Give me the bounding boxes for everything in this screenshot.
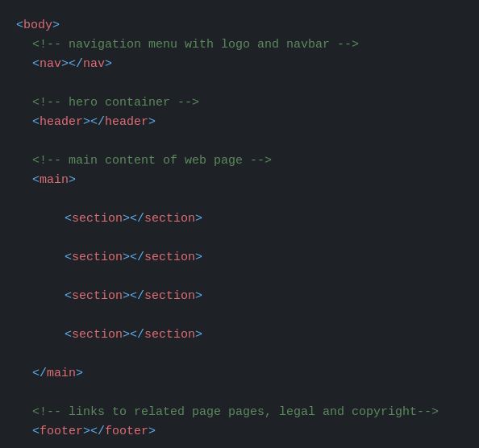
tag-main-open: main	[40, 171, 69, 190]
tag-header-close: header	[105, 113, 148, 132]
bracket: ></	[123, 326, 144, 345]
line-comment-footer: <!-- links to related page pages, legal …	[0, 403, 479, 422]
tag-section2-close: section	[144, 248, 195, 268]
line-header: <header></header>	[0, 113, 479, 132]
tag-section1-close: section	[144, 209, 195, 229]
tag-section3-close: section	[144, 287, 195, 306]
empty-line-9	[0, 442, 479, 448]
tag-section1-open: section	[72, 209, 123, 229]
tag-section4-open: section	[72, 326, 123, 345]
bracket: ></	[123, 209, 144, 229]
comment-hero: <!-- hero container -->	[32, 93, 199, 113]
line-comment-main: <!-- main content of web page -->	[0, 151, 479, 171]
tag-nav-open: nav	[40, 55, 61, 74]
bracket: ></	[61, 55, 83, 74]
bracket: >	[52, 16, 60, 35]
line-comment-nav: <!-- navigation menu with logo and navba…	[0, 35, 479, 55]
bracket: >	[69, 171, 76, 190]
bracket: >	[148, 113, 156, 132]
comment-footer: <!-- links to related page pages, legal …	[32, 403, 439, 422]
line-section-3: <section></section>	[0, 287, 479, 306]
bracket: ></	[123, 248, 144, 268]
line-nav: <nav></nav>	[0, 55, 479, 74]
bracket: ></	[83, 113, 105, 132]
bracket: >	[195, 287, 202, 306]
line-comment-hero: <!-- hero container -->	[0, 93, 479, 113]
line-section-4: <section></section>	[0, 326, 479, 345]
bracket: <	[32, 171, 40, 190]
empty-line-5	[0, 268, 479, 287]
comment-main: <!-- main content of web page -->	[32, 151, 272, 171]
bracket: >	[195, 326, 202, 345]
line-section-1: <section></section>	[0, 209, 479, 229]
tag-section4-close: section	[144, 326, 195, 345]
tag-section2-open: section	[72, 248, 123, 268]
bracket: <	[32, 422, 40, 442]
line-main-open: <main>	[0, 171, 479, 190]
tag-section3-open: section	[72, 287, 123, 306]
bracket: <	[16, 16, 23, 35]
tag-body: body	[23, 16, 52, 35]
tag-nav-close: nav	[83, 55, 105, 74]
comment-nav: <!-- navigation menu with logo and navba…	[32, 35, 359, 55]
empty-line-2	[0, 132, 479, 151]
line-body-open: <body>	[0, 16, 479, 35]
bracket: >	[195, 248, 202, 268]
bracket: <	[65, 248, 72, 268]
line-section-2: <section></section>	[0, 248, 479, 268]
tag-footer-open: footer	[40, 422, 83, 442]
empty-line-1	[0, 74, 479, 93]
tag-footer-close: footer	[105, 422, 148, 442]
bracket: <	[65, 326, 72, 345]
bracket: </	[32, 364, 47, 384]
bracket: >	[105, 55, 112, 74]
bracket: >	[148, 422, 156, 442]
empty-line-3	[0, 190, 479, 209]
empty-line-6	[0, 306, 479, 326]
bracket: >	[195, 209, 202, 229]
line-footer: <footer></footer>	[0, 422, 479, 442]
bracket: <	[65, 287, 72, 306]
empty-line-8	[0, 384, 479, 403]
empty-line-4	[0, 229, 479, 248]
bracket: >	[76, 364, 83, 384]
code-editor: <body> <!-- navigation menu with logo an…	[0, 10, 479, 448]
tag-main-close: main	[47, 364, 76, 384]
bracket: <	[32, 113, 40, 132]
bracket: ></	[123, 287, 144, 306]
bracket: <	[65, 209, 72, 229]
bracket: <	[32, 55, 40, 74]
tag-header-open: header	[40, 113, 83, 132]
empty-line-7	[0, 345, 479, 364]
bracket: ></	[83, 422, 105, 442]
line-main-close: </main>	[0, 364, 479, 384]
